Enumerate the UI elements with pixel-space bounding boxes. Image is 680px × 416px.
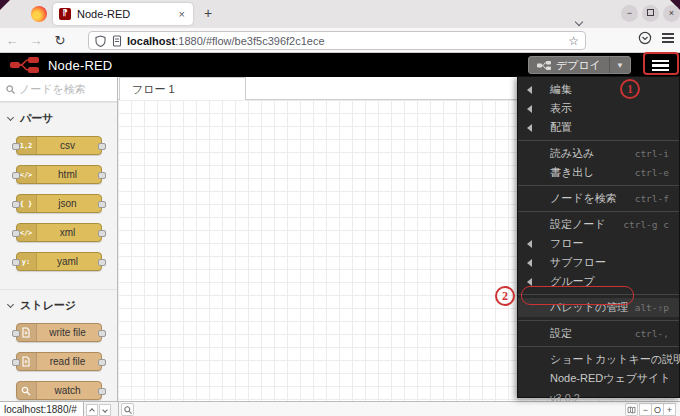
submenu-arrow-icon (527, 105, 532, 113)
menu-item-arrange[interactable]: 配置 (518, 118, 679, 137)
deploy-dropdown-caret[interactable]: ▼ (609, 57, 630, 73)
screen-corner (0, 0, 10, 10)
menu-item-subflows[interactable]: サブフロー (518, 253, 679, 272)
output-port (98, 172, 106, 179)
menu-separator (518, 320, 679, 321)
magnifier-icon (17, 382, 37, 399)
input-port (12, 259, 20, 266)
palette-node-read-file[interactable]: read file (16, 352, 102, 371)
url-host: localhost (127, 35, 175, 47)
annotation-step-1: 1 (620, 79, 640, 99)
browser-status-tooltip: localhost:1880/# (0, 401, 84, 416)
menu-item-import[interactable]: 読み込みctrl-i (518, 144, 679, 163)
menu-item-website[interactable]: Node-REDウェブサイト (518, 369, 679, 388)
palette-category-storage[interactable]: ストレージ (0, 289, 117, 319)
menu-item-config-nodes[interactable]: 設定ノードctrl-g c (518, 215, 679, 234)
browser-titlebar: ⁋ Node-RED × + − × (0, 0, 680, 28)
app-title: Node-RED (48, 58, 112, 73)
menu-item-settings[interactable]: 設定ctrl-, (518, 324, 679, 343)
deploy-node-icon (537, 61, 551, 70)
input-port (12, 201, 20, 208)
menu-item-edit[interactable]: 編集 (518, 80, 679, 99)
menu-item-view[interactable]: 表示 (518, 99, 679, 118)
menu-item-export[interactable]: 書き出しctrl-e (518, 163, 679, 182)
chevron-up-icon (89, 408, 95, 414)
parser-nodes: 1,2 csv </> html { } json </> xml (0, 132, 117, 289)
menu-item-version: v3.0.2 (518, 388, 679, 407)
footer-search-button[interactable] (121, 403, 134, 416)
output-port (98, 201, 106, 208)
xml-icon: </> (17, 224, 37, 241)
storage-nodes: write file read file watch (0, 319, 117, 401)
window-close-button[interactable]: × (663, 5, 680, 22)
palette-node-xml[interactable]: </> xml (16, 223, 102, 242)
output-port (98, 330, 106, 337)
url-text[interactable]: localhost:1880/#flow/be3f5c396f2c1ece (127, 35, 568, 47)
submenu-arrow-icon (527, 86, 532, 94)
menu-separator (518, 346, 679, 347)
output-port (98, 359, 106, 366)
input-port (12, 330, 20, 337)
output-port (98, 259, 106, 266)
palette-node-csv[interactable]: 1,2 csv (16, 136, 102, 155)
input-port (12, 143, 20, 150)
window-minimize-button[interactable]: − (621, 5, 638, 22)
forward-icon[interactable]: → (24, 33, 48, 48)
browser-menu-icon[interactable] (662, 31, 674, 45)
palette-category-parser[interactable]: パーサ (0, 102, 117, 132)
palette-node-html[interactable]: </> html (16, 165, 102, 184)
reload-icon[interactable]: ↻ (48, 33, 72, 48)
deploy-label: デプロイ (556, 58, 601, 73)
yaml-icon: y: (17, 253, 37, 270)
back-icon[interactable]: ← (0, 33, 24, 48)
deploy-button[interactable]: デプロイ ▼ (528, 56, 631, 74)
menu-item-keyboard-shortcuts[interactable]: ショートカットキーの説明⇧? (518, 350, 679, 369)
submenu-arrow-icon (527, 240, 532, 248)
page-info-icon[interactable] (112, 35, 122, 47)
palette-node-watch[interactable]: watch (16, 381, 102, 400)
output-port (98, 143, 106, 150)
menu-separator (518, 211, 679, 212)
menu-item-flows[interactable]: フロー (518, 234, 679, 253)
flow-tab[interactable]: フロー 1 (119, 77, 246, 100)
annotation-step-2: 2 (495, 286, 515, 306)
tab-close-icon[interactable]: × (177, 8, 187, 20)
input-port (12, 230, 20, 237)
url-path: :1880/#flow/be3f5c396f2c1ece (175, 35, 324, 47)
submenu-arrow-icon (527, 278, 532, 286)
magnifier-icon (124, 406, 132, 414)
chevron-down-icon (7, 114, 14, 121)
html-icon: </> (17, 166, 37, 183)
palette-search-input[interactable] (19, 83, 103, 95)
annotation-box-menu-button (643, 52, 679, 75)
submenu-arrow-icon (527, 124, 532, 132)
output-port (98, 230, 106, 237)
firefox-icon (31, 6, 47, 22)
browser-toolbar: ← → ↻ localhost:1880/#flow/be3f5c396f2c1… (0, 28, 680, 53)
new-tab-button[interactable]: + (199, 5, 217, 21)
tab-list-chevron-icon[interactable] (576, 11, 584, 19)
menu-separator (518, 140, 679, 141)
palette-node-json[interactable]: { } json (16, 194, 102, 213)
menu-item-search-nodes[interactable]: ノードを検索ctrl-f (518, 189, 679, 208)
search-icon (6, 85, 15, 94)
account-icon[interactable] (638, 31, 652, 45)
input-port (12, 172, 20, 179)
browser-tab[interactable]: ⁋ Node-RED × (53, 3, 193, 25)
node-red-header: Node-RED デプロイ ▼ (0, 53, 680, 77)
bookmark-star-icon[interactable]: ☆ (568, 34, 579, 48)
palette-search[interactable] (0, 77, 117, 102)
palette-expand-all-button[interactable] (99, 404, 111, 416)
window-maximize-button[interactable] (642, 5, 659, 22)
palette-collapse-all-button[interactable] (86, 404, 98, 416)
shield-icon[interactable] (95, 35, 106, 47)
main-dropdown-menu: 編集 表示 配置 読み込みctrl-i 書き出しctrl-e ノードを検索ctr… (517, 76, 680, 398)
json-icon: { } (17, 195, 37, 212)
palette-node-write-file[interactable]: write file (16, 323, 102, 342)
url-bar[interactable]: localhost:1880/#flow/be3f5c396f2c1ece ☆ (88, 31, 586, 50)
file-export-icon (17, 324, 37, 341)
palette-node-yaml[interactable]: y: yaml (16, 252, 102, 271)
file-import-icon (17, 353, 37, 370)
tab-title: Node-RED (77, 8, 177, 20)
node-red-favicon: ⁋ (59, 8, 71, 20)
